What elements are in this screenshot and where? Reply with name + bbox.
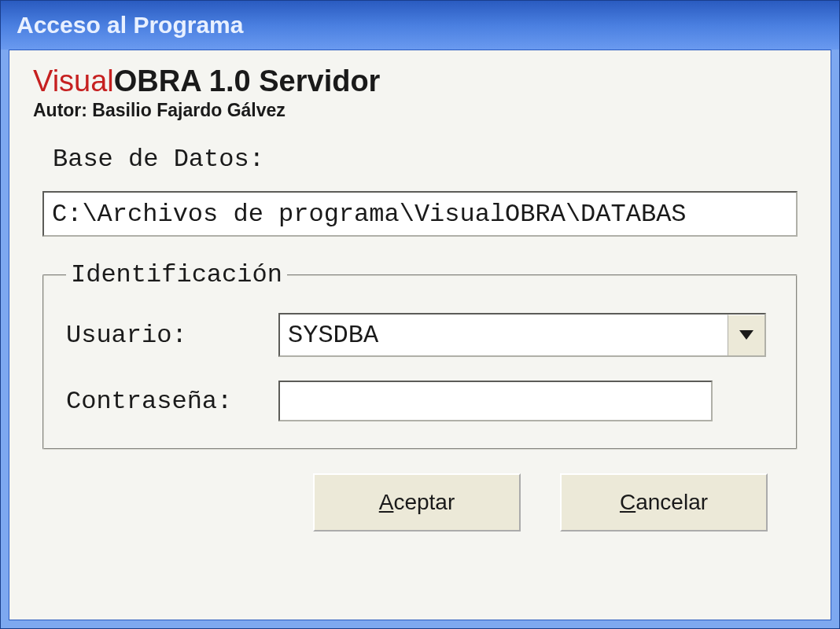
identification-fieldset: Identificación Usuario: Contraseña:: [42, 260, 798, 450]
password-input[interactable]: [278, 381, 713, 421]
user-combobox[interactable]: [278, 313, 766, 357]
password-row: Contraseña:: [66, 381, 774, 421]
app-title-rest: OBRA 1.0 Servidor: [114, 64, 381, 97]
user-label: Usuario:: [66, 321, 278, 350]
login-window: Acceso al Programa VisualOBRA 1.0 Servid…: [0, 0, 840, 629]
client-area: VisualOBRA 1.0 Servidor Autor: Basilio F…: [9, 50, 831, 620]
app-title: VisualOBRA 1.0 Servidor: [33, 64, 807, 98]
accept-rest: ceptar: [393, 490, 455, 514]
database-label: Base de Datos:: [53, 145, 807, 174]
user-dropdown-button[interactable]: [728, 314, 764, 355]
accept-mnemonic: A: [379, 490, 394, 514]
titlebar[interactable]: Acceso al Programa: [1, 1, 839, 50]
accept-button[interactable]: Aceptar: [313, 473, 521, 532]
identification-legend: Identificación: [66, 260, 287, 289]
svg-marker-0: [739, 330, 753, 340]
database-input[interactable]: [42, 191, 798, 237]
password-label: Contraseña:: [66, 387, 278, 416]
chevron-down-icon: [739, 329, 753, 343]
cancel-mnemonic: C: [620, 490, 636, 514]
cancel-rest: ancelar: [636, 490, 708, 514]
author-label: Autor: Basilio Fajardo Gálvez: [33, 100, 807, 121]
app-title-red: Visual: [33, 64, 114, 97]
window-title: Acceso al Programa: [17, 12, 243, 39]
user-row: Usuario:: [66, 313, 774, 357]
cancel-button[interactable]: Cancelar: [560, 473, 768, 532]
button-row: Aceptar Cancelar: [33, 473, 807, 532]
user-input[interactable]: [280, 314, 728, 355]
